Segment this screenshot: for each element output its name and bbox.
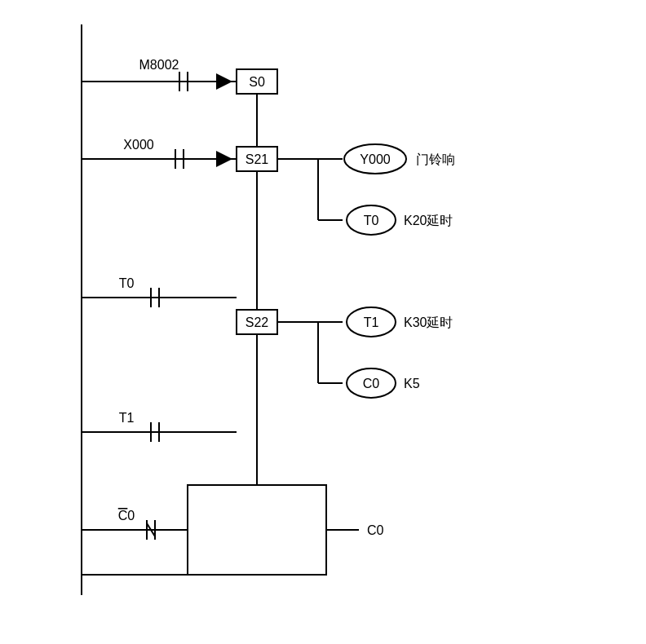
k30-label: K30延时	[404, 315, 453, 329]
t0-contact-label: T0	[119, 276, 135, 290]
s21-arrow	[216, 151, 232, 167]
t1-contact-label: T1	[119, 411, 135, 425]
k20-label: K20延时	[404, 214, 453, 227]
s0-arrow	[216, 73, 232, 90]
s22-text: S22	[246, 315, 269, 329]
s0-text: S0	[249, 75, 265, 89]
c0-oval-text: C0	[363, 377, 380, 390]
t0-oval-text: T0	[364, 214, 379, 227]
t1-oval-text: T1	[364, 315, 379, 329]
plc-diagram: M8002 S0 X000 S21	[0, 0, 646, 644]
m8002-label: M8002	[139, 58, 179, 72]
x000-label: X000	[123, 138, 153, 152]
c0-bar-label: C0	[118, 509, 135, 523]
c0-right-label: C0	[367, 523, 384, 537]
door-bell-label: 门铃响	[416, 152, 455, 166]
big-box	[188, 485, 326, 575]
y000-text: Y000	[360, 152, 390, 166]
k5-label: K5	[404, 377, 420, 390]
s21-text: S21	[246, 152, 269, 166]
